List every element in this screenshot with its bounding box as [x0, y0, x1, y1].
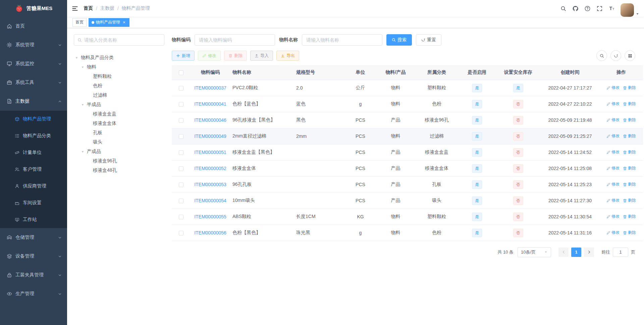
tree-node[interactable]: 塑料颗粒 [74, 72, 164, 81]
tree-node[interactable]: 色粉 [74, 81, 164, 91]
row-delete-button[interactable]: 删除 [623, 149, 636, 155]
fullscreen-icon[interactable] [594, 0, 605, 17]
sidebar-item-system-tools[interactable]: 系统工具 [0, 73, 67, 92]
row-delete-button[interactable]: 删除 [623, 101, 636, 107]
material-code-link[interactable]: ITEM00000037 [194, 85, 226, 91]
import-button[interactable]: 导入 [250, 51, 273, 61]
caret-down-icon[interactable] [74, 56, 79, 60]
row-checkbox[interactable] [179, 134, 183, 139]
row-checkbox[interactable] [179, 150, 183, 155]
export-button[interactable]: 导出 [276, 51, 299, 61]
enabled-badge[interactable]: 是 [472, 116, 482, 124]
enabled-badge[interactable]: 是 [472, 84, 482, 92]
tree-node[interactable]: 半成品 [74, 100, 164, 109]
material-code-link[interactable]: ITEM00000041 [194, 101, 226, 107]
sidebar-item-measure-unit[interactable]: 计量单位 [0, 144, 67, 161]
search-icon[interactable] [557, 0, 569, 17]
breadcrumb-item-master-data[interactable]: 主数据 [100, 5, 114, 11]
tree-node[interactable]: 移液盒48孔 [74, 166, 164, 175]
row-checkbox[interactable] [179, 102, 183, 107]
row-delete-button[interactable]: 删除 [623, 198, 636, 203]
edit-button[interactable]: 修改 [198, 51, 221, 61]
row-delete-button[interactable]: 删除 [623, 230, 636, 235]
sidebar-item-production-mgmt[interactable]: 生产管理 [0, 284, 67, 303]
goto-page-input[interactable] [613, 248, 628, 257]
row-edit-button[interactable]: 修改 [606, 117, 620, 123]
material-code-link[interactable]: ITEM00000052 [194, 166, 226, 171]
enabled-badge[interactable]: 是 [472, 197, 482, 205]
safety-stock-badge[interactable]: 否 [513, 116, 523, 124]
row-delete-button[interactable]: 删除 [623, 165, 636, 171]
tree-node[interactable]: 孔板 [74, 128, 164, 138]
add-button[interactable]: 新增 [172, 51, 195, 61]
row-delete-button[interactable]: 删除 [623, 133, 636, 139]
material-code-link[interactable]: ITEM00000056 [194, 230, 226, 235]
tree-node[interactable]: 过滤棉 [74, 91, 164, 100]
row-edit-button[interactable]: 修改 [606, 133, 620, 139]
columns-toggle-button[interactable] [625, 50, 635, 61]
delete-button[interactable]: 删除 [224, 51, 247, 61]
page-1-button[interactable]: 1 [571, 248, 581, 257]
sidebar-item-supplier-mgmt[interactable]: 供应商管理 [0, 178, 67, 195]
row-edit-button[interactable]: 修改 [606, 165, 620, 171]
caret-down-icon[interactable] [80, 103, 85, 107]
material-code-link[interactable]: ITEM00000055 [194, 214, 226, 219]
safety-stock-badge[interactable]: 否 [513, 229, 523, 237]
material-code-input[interactable] [195, 34, 275, 46]
sidebar-item-warehouse-mgmt[interactable]: 仓储管理 [0, 228, 67, 247]
row-edit-button[interactable]: 修改 [606, 198, 620, 203]
reset-button[interactable]: 重置 [416, 34, 441, 46]
enabled-badge[interactable]: 是 [472, 229, 482, 237]
sidebar-item-workstation[interactable]: 工作站 [0, 211, 67, 228]
material-code-link[interactable]: ITEM00000046 [194, 117, 226, 123]
safety-stock-badge[interactable]: 否 [513, 197, 523, 205]
row-edit-button[interactable]: 修改 [606, 101, 620, 107]
material-code-link[interactable]: ITEM00000053 [194, 182, 226, 187]
sidebar-item-fixture-mgmt[interactable]: 工装夹具管理 [0, 266, 67, 284]
enabled-badge[interactable]: 是 [472, 180, 482, 189]
row-checkbox[interactable] [179, 199, 183, 203]
tree-node[interactable]: 移液盒盒盖 [74, 109, 164, 119]
row-edit-button[interactable]: 修改 [606, 85, 620, 91]
breadcrumb-item-home[interactable]: 首页 [84, 5, 93, 11]
row-checkbox[interactable] [179, 118, 183, 123]
material-code-link[interactable]: ITEM00000049 [194, 133, 226, 139]
tree-node[interactable]: 物料及产品分类 [74, 53, 164, 62]
tree-node[interactable]: 移液盒96孔 [74, 156, 164, 166]
tree-node[interactable]: 吸头 [74, 138, 164, 147]
refresh-button[interactable] [610, 50, 621, 61]
font-size-icon[interactable]: TT [606, 0, 617, 17]
safety-stock-badge[interactable]: 否 [513, 180, 523, 189]
material-code-link[interactable]: ITEM00000051 [194, 150, 226, 155]
sidebar-item-material-product-category[interactable]: 物料产品分类 [0, 127, 67, 144]
github-icon[interactable] [570, 0, 581, 17]
safety-stock-badge[interactable]: 是 [513, 84, 523, 92]
tab-material-product-mgmt[interactable]: 物料产品管理 × [89, 18, 129, 27]
select-all-checkbox[interactable] [179, 70, 183, 75]
sidebar-item-system-monitor[interactable]: 系统监控 [0, 54, 67, 73]
safety-stock-badge[interactable]: 否 [513, 148, 523, 157]
material-code-link[interactable]: ITEM00000054 [194, 198, 226, 203]
close-icon[interactable]: × [122, 20, 126, 25]
sidebar-item-workshop-settings[interactable]: 车间设置 [0, 195, 67, 211]
tab-home[interactable]: 首页 [72, 18, 87, 27]
enabled-badge[interactable]: 是 [472, 132, 482, 141]
app-logo[interactable]: 苦糖果MES [0, 0, 67, 17]
enabled-badge[interactable]: 是 [472, 213, 482, 221]
row-edit-button[interactable]: 修改 [606, 181, 620, 187]
row-delete-button[interactable]: 删除 [623, 181, 636, 187]
help-icon[interactable] [582, 0, 593, 17]
row-edit-button[interactable]: 修改 [606, 214, 620, 219]
toggle-search-button[interactable] [596, 50, 607, 61]
row-edit-button[interactable]: 修改 [606, 149, 620, 155]
row-checkbox[interactable] [179, 166, 183, 171]
sidebar-item-master-data[interactable]: 主数据 [0, 92, 67, 111]
row-delete-button[interactable]: 删除 [623, 85, 636, 91]
row-delete-button[interactable]: 删除 [623, 214, 636, 219]
safety-stock-badge[interactable]: 否 [513, 132, 523, 141]
enabled-badge[interactable]: 是 [472, 100, 482, 108]
material-name-input[interactable] [302, 34, 382, 46]
hamburger-icon[interactable] [72, 5, 78, 12]
row-checkbox[interactable] [179, 215, 183, 219]
enabled-badge[interactable]: 是 [472, 164, 482, 173]
